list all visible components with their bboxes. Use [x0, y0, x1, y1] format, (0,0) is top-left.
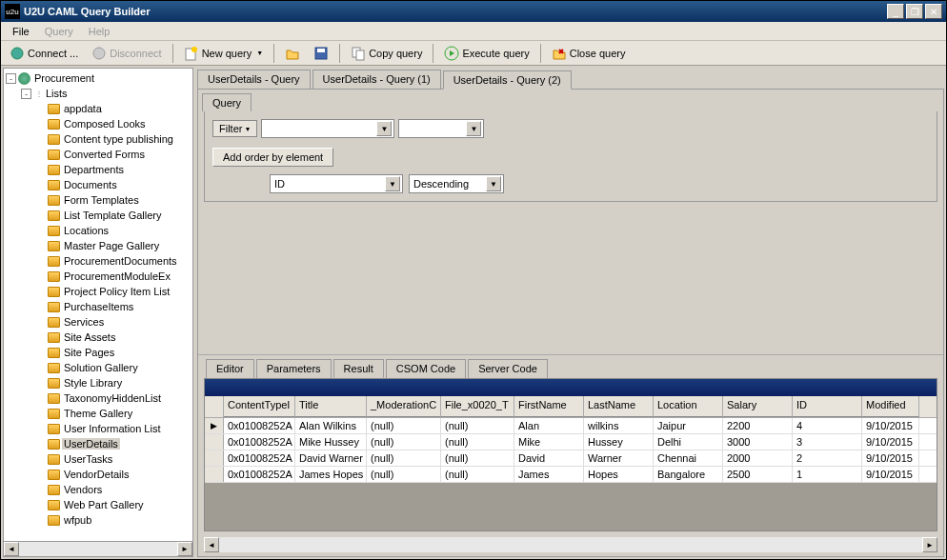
tree-item-project-policy-item-list[interactable]: Project Policy Item List	[6, 284, 191, 299]
tree-item-usertasks[interactable]: UserTasks	[6, 451, 191, 467]
table-row[interactable]: ▶0x01008252AAlan Wilkins(null)(null)Alan…	[205, 418, 937, 434]
tree-item-procurementdocuments[interactable]: ProcurementDocuments	[6, 253, 191, 269]
tree-item-master-page-gallery[interactable]: Master Page Gallery	[6, 238, 191, 253]
scroll-right-icon[interactable]: ►	[922, 537, 937, 552]
open-button[interactable]	[280, 43, 305, 64]
tree-root[interactable]: - Procurement	[6, 70, 191, 86]
menu-query[interactable]: Query	[37, 24, 81, 39]
row-selector[interactable]: ▶	[205, 418, 224, 433]
tree-item-style-library[interactable]: Style Library	[6, 375, 191, 390]
tab-query-0[interactable]: UserDetails - Query	[197, 70, 311, 89]
grid-col-modified[interactable]: Modified	[862, 396, 919, 417]
tree-item-form-templates[interactable]: Form Templates	[6, 192, 191, 208]
scroll-left-icon[interactable]: ◄	[204, 537, 219, 552]
tree-item-services[interactable]: Services	[6, 314, 191, 330]
table-row[interactable]: 0x01008252AJames Hopes(null)(null)JamesH…	[205, 467, 937, 483]
grid-cell: 2	[793, 450, 862, 466]
menu-file[interactable]: File	[5, 24, 37, 39]
tab-query-2[interactable]: UserDetails - Query (2)	[443, 70, 572, 90]
maximize-button[interactable]: ❐	[906, 4, 923, 19]
row-selector[interactable]	[205, 467, 224, 482]
tree-item-solution-gallery[interactable]: Solution Gallery	[6, 360, 191, 375]
tree-item-converted-forms[interactable]: Converted Forms	[6, 147, 191, 162]
close-query-button[interactable]: Close query	[547, 43, 631, 64]
tree-lists[interactable]: - ⋮ Lists	[6, 86, 191, 101]
tree-item-theme-gallery[interactable]: Theme Gallery	[6, 406, 191, 421]
add-order-by-button[interactable]: Add order by element	[212, 148, 333, 167]
close-button[interactable]: ✕	[925, 4, 942, 19]
grid-cell: James Hopes	[295, 467, 367, 482]
tree-item-user-information-list[interactable]: User Information List	[6, 421, 191, 436]
tree-item-purchaseitems[interactable]: PurchaseItems	[6, 299, 191, 314]
table-row[interactable]: 0x01008252ADavid Warner(null)(null)David…	[205, 450, 937, 467]
grid-col-contenttypei[interactable]: ContentTypeI	[224, 396, 295, 417]
menu-help[interactable]: Help	[81, 24, 118, 39]
result-tab-parameters[interactable]: Parameters	[256, 359, 332, 378]
tree-item-departments[interactable]: Departments	[6, 162, 191, 177]
grid-col-firstname[interactable]: FirstName	[514, 396, 584, 417]
grid-col-id[interactable]: ID	[793, 396, 862, 417]
folder-icon	[48, 302, 60, 312]
tree-item-list-template-gallery[interactable]: List Template Gallery	[6, 208, 191, 223]
execute-query-button[interactable]: Execute query	[439, 43, 534, 64]
order-dir-combo[interactable]: Descending ▼	[409, 174, 504, 193]
minimize-button[interactable]: _	[887, 4, 904, 19]
tree-item-label: User Information List	[62, 423, 162, 434]
tree-item-vendors[interactable]: Vendors	[6, 482, 191, 497]
tab-query-1[interactable]: UserDetails - Query (1)	[312, 70, 441, 89]
chevron-down-icon[interactable]: ▼	[486, 176, 501, 191]
chevron-down-icon[interactable]: ▼	[385, 176, 400, 191]
scroll-right-icon[interactable]: ►	[177, 542, 192, 556]
tree-item-locations[interactable]: Locations	[6, 223, 191, 238]
tree-item-site-assets[interactable]: Site Assets	[6, 330, 191, 345]
query-panel: Filter ▼ ▼ ▼ Add order by element	[204, 111, 937, 202]
grid-cell: James	[514, 467, 584, 482]
query-tab[interactable]: Query	[202, 93, 252, 111]
tree-item-appdata[interactable]: appdata	[6, 101, 191, 116]
filter-op-combo[interactable]: ▼	[398, 119, 484, 138]
tree-hscrollbar[interactable]: ◄ ►	[4, 541, 192, 556]
result-hscrollbar[interactable]: ◄ ►	[204, 537, 937, 552]
tree-item-procurementmoduleex[interactable]: ProcurementModuleEx	[6, 269, 191, 284]
row-selector[interactable]	[205, 450, 224, 466]
filter-field-combo[interactable]: ▼	[261, 119, 394, 138]
grid-col-location[interactable]: Location	[654, 396, 723, 417]
tree-item-web-part-gallery[interactable]: Web Part Gallery	[6, 497, 191, 512]
tree-item-vendordetails[interactable]: VendorDetails	[6, 467, 191, 482]
chevron-down-icon[interactable]: ▼	[466, 121, 481, 136]
grid-col-title[interactable]: Title	[295, 396, 367, 417]
folder-icon	[48, 332, 60, 343]
scroll-track[interactable]	[219, 537, 922, 552]
collapse-icon[interactable]: -	[6, 73, 16, 84]
save-button[interactable]	[309, 43, 333, 64]
tree-item-content-type-publishing[interactable]: Content type publishing	[6, 131, 191, 147]
collapse-icon[interactable]: -	[21, 89, 31, 99]
tree-item-wfpub[interactable]: wfpub	[6, 512, 191, 528]
scroll-track[interactable]	[19, 542, 177, 556]
grid-col-salary[interactable]: Salary	[723, 396, 793, 417]
scroll-left-icon[interactable]: ◄	[4, 542, 19, 556]
result-tab-editor[interactable]: Editor	[206, 359, 254, 378]
filter-button[interactable]: Filter ▼	[212, 120, 257, 137]
copy-query-button[interactable]: Copy query	[346, 43, 427, 64]
tree-item-label: UserDetails	[62, 438, 120, 450]
tree-item-userdetails[interactable]: UserDetails	[6, 436, 191, 451]
disconnect-button[interactable]: Disconnect	[87, 43, 166, 64]
result-tab-csom[interactable]: CSOM Code	[386, 359, 466, 378]
chevron-down-icon[interactable]: ▼	[256, 50, 263, 56]
connect-button[interactable]: Connect ...	[5, 43, 83, 64]
grid-col-_moderationc[interactable]: _ModerationC	[367, 396, 441, 417]
tree-item-documents[interactable]: Documents	[6, 177, 191, 192]
grid-col-lastname[interactable]: LastName	[584, 396, 654, 417]
chevron-down-icon[interactable]: ▼	[376, 121, 392, 136]
order-field-combo[interactable]: ID ▼	[270, 174, 403, 193]
new-query-button[interactable]: New query ▼	[179, 43, 269, 64]
grid-col-file_x0020_t[interactable]: File_x0020_T	[441, 396, 514, 417]
result-tab-server[interactable]: Server Code	[468, 359, 548, 378]
table-row[interactable]: 0x01008252AMike Hussey(null)(null)MikeHu…	[205, 434, 937, 450]
tree-item-site-pages[interactable]: Site Pages	[6, 345, 191, 360]
tree-item-taxonomyhiddenlist[interactable]: TaxonomyHiddenList	[6, 390, 191, 406]
tree-item-composed-looks[interactable]: Composed Looks	[6, 116, 191, 131]
row-selector[interactable]	[205, 434, 224, 450]
result-tab-result[interactable]: Result	[333, 359, 384, 378]
